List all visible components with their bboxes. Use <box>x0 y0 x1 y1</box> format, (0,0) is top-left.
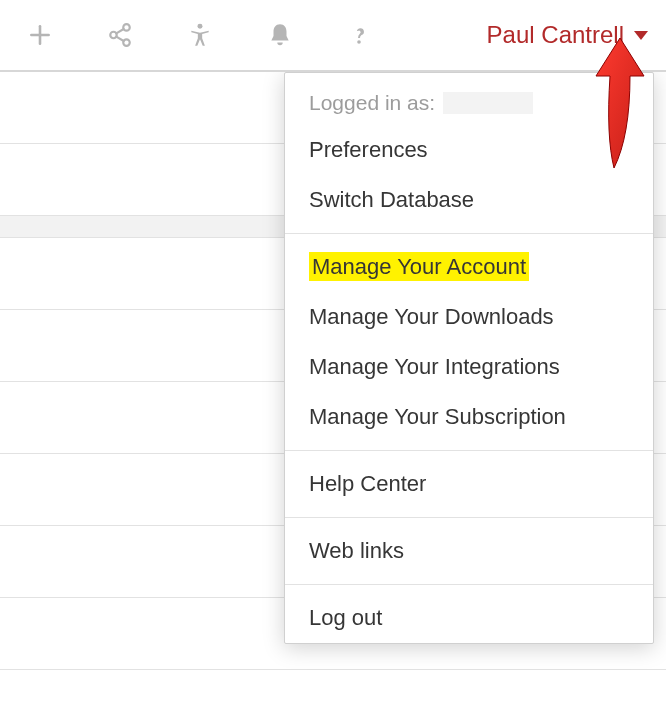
logged-in-value-redacted <box>443 92 533 114</box>
menu-item-switch-database[interactable]: Switch Database <box>285 175 653 225</box>
notifications-button[interactable] <box>250 5 310 65</box>
svg-line-5 <box>116 29 123 33</box>
menu-item-manage-integrations[interactable]: Manage Your Integrations <box>285 342 653 392</box>
menu-separator <box>285 450 653 451</box>
menu-item-log-out[interactable]: Log out <box>285 593 653 643</box>
add-button[interactable] <box>10 5 70 65</box>
menu-separator <box>285 233 653 234</box>
chevron-down-icon <box>634 31 648 40</box>
topbar: Paul Cantrell <box>0 0 666 72</box>
share-button[interactable] <box>90 5 150 65</box>
user-dropdown: Logged in as: Preferences Switch Databas… <box>284 72 654 644</box>
svg-point-8 <box>357 40 361 44</box>
menu-item-help-center[interactable]: Help Center <box>285 459 653 509</box>
menu-item-manage-subscription[interactable]: Manage Your Subscription <box>285 392 653 442</box>
menu-separator <box>285 517 653 518</box>
user-name: Paul Cantrell <box>487 21 624 49</box>
help-button[interactable] <box>330 5 390 65</box>
logged-in-label: Logged in as: <box>309 91 435 115</box>
menu-item-manage-downloads[interactable]: Manage Your Downloads <box>285 292 653 342</box>
menu-item-preferences[interactable]: Preferences <box>285 125 653 175</box>
menu-separator <box>285 584 653 585</box>
accessibility-button[interactable] <box>170 5 230 65</box>
svg-point-7 <box>198 24 203 29</box>
user-menu-trigger[interactable]: Paul Cantrell <box>487 21 648 49</box>
menu-item-web-links[interactable]: Web links <box>285 526 653 576</box>
menu-item-manage-account[interactable]: Manage Your Account <box>285 242 653 292</box>
logged-in-header: Logged in as: <box>285 73 653 125</box>
svg-line-6 <box>116 37 123 41</box>
